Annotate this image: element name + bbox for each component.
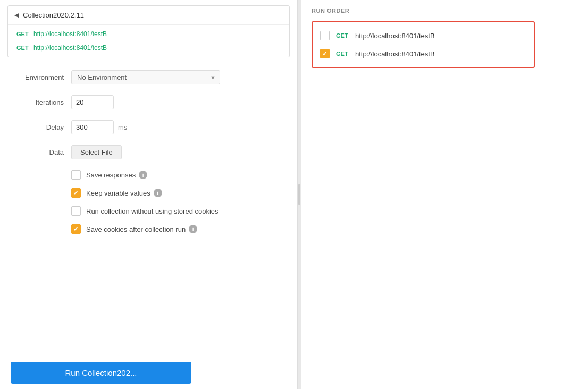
checkbox-label-save-cookies: Save cookies after collection run: [86, 225, 186, 233]
run-order-item[interactable]: GEThttp://localhost:8401/testB: [317, 27, 530, 45]
request-url: http://localhost:8401/testB: [33, 44, 107, 52]
collection-items: GET http://localhost:8401/testB GET http…: [8, 25, 289, 57]
run-order-list: GEThttp://localhost:8401/testBGEThttp://…: [312, 21, 535, 68]
checkbox-label-keep-variable-values: Keep variable values: [86, 189, 150, 197]
info-icon[interactable]: i: [189, 225, 197, 233]
method-badge: GET: [16, 31, 33, 37]
collection-section: ◀ Collection2020.2.11 GET http://localho…: [7, 5, 290, 57]
info-icon[interactable]: i: [154, 189, 162, 197]
checkbox-run-without-cookies[interactable]: [71, 206, 81, 216]
checkbox-label-run-without-cookies: Run collection without using stored cook…: [86, 207, 219, 215]
environment-label: Environment: [11, 73, 64, 81]
run-collection-button[interactable]: Run Collection202...: [11, 362, 191, 384]
checkbox-keep-variable-values[interactable]: [71, 188, 81, 198]
checkbox-row-keep-variable-values: Keep variable valuesi: [11, 188, 287, 198]
list-item[interactable]: GET http://localhost:8401/testB: [8, 27, 289, 41]
method-badge: GET: [16, 45, 33, 51]
run-request-url: http://localhost:8401/testB: [355, 32, 435, 40]
iterations-input[interactable]: [71, 95, 114, 109]
checkbox-label-save-responses: Save responses: [86, 171, 136, 179]
checkbox-row-save-responses: Save responsesi: [11, 170, 287, 180]
collapse-arrow-icon: ◀: [14, 12, 19, 19]
divider-handle: [298, 184, 300, 205]
panel-divider: [298, 0, 301, 389]
info-icon[interactable]: i: [139, 171, 147, 179]
left-panel: ◀ Collection2020.2.11 GET http://localho…: [0, 0, 298, 389]
run-order-item[interactable]: GEThttp://localhost:8401/testB: [317, 45, 530, 63]
run-method-badge: GET: [336, 50, 355, 57]
run-order-title: RUN ORDER: [312, 7, 577, 14]
select-file-button[interactable]: Select File: [71, 145, 122, 159]
run-method-badge: GET: [336, 32, 355, 39]
iterations-row: Iterations: [11, 95, 287, 109]
collection-name: Collection2020.2.11: [23, 11, 84, 19]
checkbox-row-run-without-cookies: Run collection without using stored cook…: [11, 206, 287, 216]
environment-select[interactable]: No Environment: [71, 70, 220, 84]
environment-row: Environment No Environment ▼: [11, 70, 287, 84]
run-checkbox-0[interactable]: [320, 31, 330, 40]
request-url: http://localhost:8401/testB: [33, 30, 107, 38]
environment-select-wrapper: No Environment ▼: [71, 70, 220, 84]
delay-unit: ms: [118, 123, 127, 131]
collection-header[interactable]: ◀ Collection2020.2.11: [8, 6, 289, 25]
data-label: Data: [11, 148, 64, 156]
checkbox-save-responses[interactable]: [71, 170, 81, 180]
right-panel: RUN ORDER GEThttp://localhost:8401/testB…: [301, 0, 588, 389]
list-item[interactable]: GET http://localhost:8401/testB: [8, 41, 289, 55]
checkbox-save-cookies[interactable]: [71, 224, 81, 234]
delay-input[interactable]: [71, 120, 114, 134]
checkbox-row-save-cookies: Save cookies after collection runi: [11, 224, 287, 234]
data-row: Data Select File: [11, 145, 287, 159]
delay-row: Delay ms: [11, 120, 287, 134]
iterations-label: Iterations: [11, 98, 64, 106]
delay-label: Delay: [11, 123, 64, 131]
run-request-url: http://localhost:8401/testB: [355, 50, 435, 58]
settings-section: Environment No Environment ▼ Iterations …: [0, 63, 297, 357]
run-checkbox-1[interactable]: [320, 49, 330, 58]
checkboxes-container: Save responsesiKeep variable valuesiRun …: [11, 170, 287, 234]
